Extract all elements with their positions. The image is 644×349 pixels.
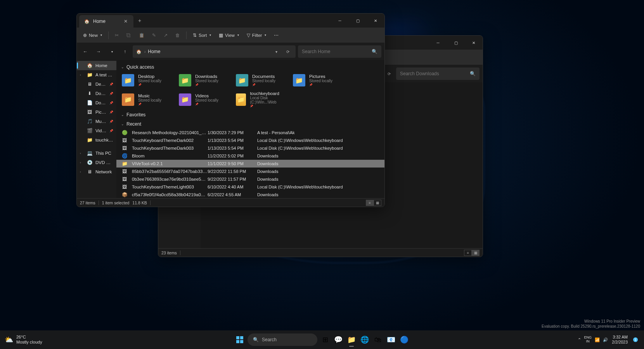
sidebar-item[interactable]: 🎬Videos📌 [77, 126, 116, 135]
weather-desc: Mostly cloudy [16, 340, 42, 345]
recent-button[interactable]: ▾ [106, 46, 117, 57]
start-button[interactable] [234, 334, 245, 345]
sidebar-item[interactable]: ›💻This PC [77, 149, 116, 158]
recent-item[interactable]: 🟢Research Methodology-20210401_040256-Me… [116, 129, 384, 136]
quick-access-item[interactable]: 📁DesktopStored locally📌 [119, 73, 176, 87]
content[interactable]: ⌄ Quick access 📁DesktopStored locally📌📁D… [116, 60, 384, 198]
store-app[interactable]: 🛍 [372, 334, 383, 345]
refresh-icon[interactable]: ⟳ [283, 47, 293, 56]
recent-item[interactable]: 🖼0b3ee7663893cae76e9bd310aee59b70d76cc47… [116, 175, 384, 183]
search-icon: 🔍 [470, 71, 476, 76]
selection-size: 11.8 KB [132, 200, 147, 205]
rename-button[interactable]: ✎ [149, 31, 159, 40]
delete-icon: 🗑 [175, 33, 180, 38]
close-button[interactable]: ✕ [367, 14, 384, 28]
sidebar-item[interactable]: 🎵Music📌 [77, 117, 116, 126]
recent-item[interactable]: 🌀Bloom11/2/2022 5:02 PMDownloads [116, 152, 384, 160]
copy-button[interactable]: ⿻ [123, 31, 134, 40]
taskbar-search[interactable]: 🔍 Search [248, 333, 317, 346]
maximize-button[interactable]: ▢ [447, 36, 465, 50]
language-indicator[interactable]: ENGIN [584, 336, 592, 344]
statusbar: 27 items 1 item selected 11.8 KB ≡ ▦ [77, 198, 384, 207]
search-input[interactable] [302, 49, 372, 54]
recent-item[interactable]: 🖼TouchKeyboardThemeLight0036/10/2022 4:4… [116, 183, 384, 191]
close-button[interactable]: ✕ [465, 36, 483, 50]
notification-button[interactable]: 1 [632, 336, 639, 344]
quick-access-item[interactable]: 📁DownloadsStored locally📌 [177, 73, 233, 87]
sidebar-item[interactable]: 🖼Pictures📌 [77, 107, 116, 117]
file-explorer-app[interactable]: 📁 [346, 334, 357, 345]
quick-access-item[interactable]: 📁DocumentsStored locally📌 [234, 73, 290, 87]
system-tray[interactable]: ⌃ ENGIN 📶 🔊 [578, 336, 608, 344]
view-grid-button[interactable]: ▦ [472, 250, 480, 256]
sidebar-item[interactable]: 🖥Desktop📌 [77, 79, 116, 89]
recent-item[interactable]: 🖼TouchKeyboardThemeDark0031/13/2023 5:54… [116, 144, 384, 152]
explorer-window-primary: 🏠 Home ✕ + ─ ▢ ✕ ⊕ New▾ ✂ ⿻ 📋 ✎ ↗ 🗑 ⇅ So… [76, 13, 385, 207]
share-icon: ↗ [164, 33, 168, 38]
sidebar-item[interactable]: ›💿DVD Drive (D:) CCC [77, 158, 116, 167]
weather-widget[interactable]: ⛅ 26°C Mostly cloudy [5, 335, 42, 345]
view-details-button[interactable]: ≡ [366, 200, 374, 206]
search-box[interactable]: 🔍 [396, 67, 480, 80]
view-button[interactable]: ▦ View▾ [216, 31, 242, 40]
clock[interactable]: 3:32 AM2/2/2023 [612, 335, 628, 344]
minimize-button[interactable]: ─ [331, 14, 349, 28]
dropdown-icon[interactable]: ▾ [272, 47, 281, 56]
recent-item[interactable]: 📦cf5a73fe0f1f4a0cd58a38b04219a0167354f87… [116, 191, 384, 198]
search-box[interactable]: 🔍 [298, 45, 381, 58]
tab-close-icon[interactable]: ✕ [123, 18, 129, 24]
quick-access-item[interactable]: 📁MusicStored locally📌 [119, 90, 176, 109]
chat-app[interactable]: 💬 [333, 334, 344, 345]
separator [186, 31, 187, 39]
delete-button[interactable]: 🗑 [172, 31, 183, 40]
task-view-button[interactable]: ⊞ [320, 334, 331, 345]
chevron-up-icon[interactable]: ⌃ [578, 337, 581, 342]
forward-button[interactable]: → [93, 46, 104, 57]
search-input[interactable] [400, 71, 470, 76]
quick-access-item[interactable]: 📁touchkeyboardLocal Disk (C:)\Win...\Web… [234, 90, 290, 109]
sort-button[interactable]: ⇅ Sort▾ [190, 31, 214, 40]
separator [150, 200, 151, 205]
more-button[interactable]: ⋯ [271, 31, 282, 40]
filter-button[interactable]: ▽ Filter▾ [244, 31, 270, 40]
section-quick-access[interactable]: ⌄ Quick access [116, 62, 384, 72]
new-tab-button[interactable]: + [133, 14, 146, 27]
view-grid-button[interactable]: ▦ [374, 200, 381, 206]
refresh-icon[interactable]: ⟳ [384, 69, 394, 78]
up-button[interactable]: ↑ [119, 46, 130, 57]
paste-button[interactable]: 📋 [136, 31, 147, 40]
breadcrumb[interactable]: Home [148, 49, 269, 54]
toolbar: ⊕ New▾ ✂ ⿻ 📋 ✎ ↗ 🗑 ⇅ Sort▾ ▦ View▾ ▽ Fil… [77, 28, 384, 43]
wifi-icon[interactable]: 📶 [595, 337, 600, 342]
edge-app[interactable]: 🌐 [359, 334, 370, 345]
minimize-button[interactable]: ─ [429, 36, 447, 50]
sidebar-item[interactable]: ›📁A test - Personal [77, 70, 116, 79]
sidebar-item[interactable]: ›🖥Network [77, 167, 116, 176]
mail-app[interactable]: 📧 [386, 334, 396, 345]
quick-access-item[interactable]: 📁PicturesStored locally📌 [291, 73, 347, 87]
sidebar-item[interactable]: 📄Documents📌 [77, 98, 116, 107]
browser-app[interactable]: 🔵 [399, 334, 410, 345]
sidebar-item[interactable]: 📁touchkeyboard [77, 135, 116, 145]
recent-item[interactable]: 📁ViVeTool-v0.2.111/1/2022 9:50 PMDownloa… [116, 160, 384, 168]
share-button[interactable]: ↗ [161, 31, 171, 40]
svg-rect-2 [236, 340, 239, 343]
temperature: 26°C [16, 335, 42, 340]
new-button[interactable]: ⊕ New▾ [80, 31, 105, 40]
quick-access-item[interactable]: 📁VideosStored locally📌 [177, 90, 233, 109]
section-favorites[interactable]: ⌄ Favorites [116, 110, 384, 119]
sidebar-item[interactable]: ⬇Downloads📌 [77, 89, 116, 98]
home-icon: 🏠 [136, 48, 142, 55]
cut-button[interactable]: ✂ [112, 31, 122, 40]
recent-item[interactable]: 🖼85bb37e2ba65556f7da07047bab330e3534c80a… [116, 168, 384, 175]
tab-home[interactable]: 🏠 Home ✕ [79, 15, 133, 28]
separator [99, 200, 99, 205]
sidebar-item[interactable]: 🏠Home [77, 61, 116, 70]
section-recent[interactable]: ⌄ Recent [116, 119, 384, 129]
view-details-button[interactable]: ≡ [464, 250, 472, 256]
address-bar[interactable]: 🏠 › Home ▾ ⟳ [133, 45, 296, 58]
back-button[interactable]: ← [80, 46, 91, 57]
volume-icon[interactable]: 🔊 [603, 337, 608, 342]
maximize-button[interactable]: ▢ [349, 14, 367, 28]
recent-item[interactable]: 🖼TouchKeyboardThemeDark0021/13/2023 5:54… [116, 136, 384, 144]
